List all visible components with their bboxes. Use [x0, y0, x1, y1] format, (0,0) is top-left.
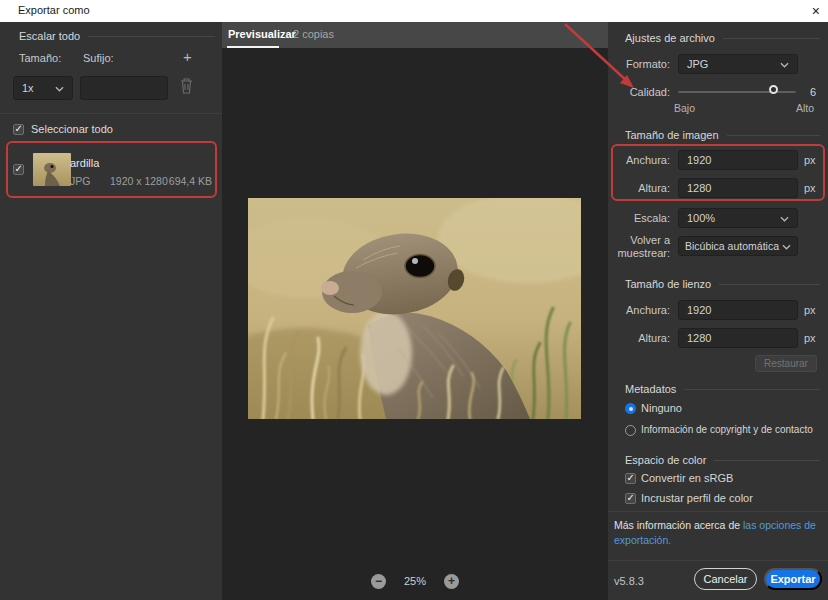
- version-label: v5.8.3: [614, 575, 644, 587]
- dialog-title: Exportar como: [18, 4, 90, 16]
- file-settings-header: Ajustes de archivo: [625, 32, 820, 44]
- quality-label: Calidad:: [608, 86, 670, 98]
- zoom-out-icon[interactable]: −: [371, 574, 386, 589]
- preview-panel: Previsualizar 2 copias: [222, 22, 608, 600]
- metadata-copyright-label: Información de copyright y de contacto: [641, 424, 813, 435]
- chevron-down-icon: [782, 240, 791, 252]
- title-bar: Exportar como ×: [0, 0, 828, 22]
- tab-2-copias[interactable]: 2 copias: [293, 28, 334, 40]
- settings-panel: Ajustes de archivo Formato: JPG Calidad:…: [608, 22, 828, 600]
- image-width-input[interactable]: 1920: [678, 150, 798, 170]
- embed-profile-label: Incrustar perfil de color: [641, 492, 753, 504]
- footer-divider: [608, 560, 828, 561]
- scale-all-header: Escalar todo: [19, 30, 215, 42]
- size-label: Tamaño:: [19, 52, 61, 64]
- preview-image: [248, 198, 581, 419]
- canvas-width-label: Anchura:: [608, 304, 670, 316]
- quality-value: 6: [810, 86, 816, 98]
- export-info-text: Más información acerca de las opciones d…: [614, 518, 820, 548]
- scale-label: Escala:: [608, 212, 670, 224]
- resample-select[interactable]: Bicúbica automática: [678, 236, 798, 256]
- image-height-label: Altura:: [608, 182, 670, 194]
- metadata-radio-none[interactable]: [625, 403, 636, 414]
- active-tab-underline: [227, 46, 279, 48]
- reset-canvas-button[interactable]: Restaurar: [755, 355, 817, 372]
- scale-select[interactable]: 1x: [13, 76, 73, 100]
- quality-slider-track[interactable]: [678, 91, 796, 93]
- metadata-header: Metadatos: [625, 383, 820, 395]
- chevron-down-icon: [55, 82, 64, 94]
- select-all-label: Seleccionar todo: [31, 123, 113, 135]
- image-height-unit: px: [804, 182, 816, 194]
- metadata-radio-copyright[interactable]: [625, 425, 636, 436]
- chevron-down-icon: [780, 212, 789, 224]
- format-select[interactable]: JPG: [678, 54, 798, 74]
- quality-low-label: Bajo: [674, 102, 695, 114]
- quality-slider-knob[interactable]: [769, 85, 778, 94]
- embed-profile-checkbox[interactable]: [625, 493, 636, 504]
- image-height-input[interactable]: 1280: [678, 178, 798, 198]
- file-format: JPG: [70, 175, 90, 187]
- add-scale-icon[interactable]: +: [183, 48, 192, 65]
- preview-tabstrip: Previsualizar 2 copias: [222, 22, 608, 48]
- resample-label-1: Volver a: [608, 234, 670, 246]
- color-space-header: Espacio de color: [625, 454, 820, 466]
- file-size: 694,4 KB: [162, 175, 212, 187]
- suffix-label: Sufijo:: [83, 52, 114, 64]
- resample-label-2: muestrear:: [608, 247, 670, 259]
- metadata-none-label: Ninguno: [641, 402, 682, 414]
- tab-previsualizar[interactable]: Previsualizar: [228, 28, 296, 40]
- image-width-unit: px: [804, 154, 816, 166]
- close-icon[interactable]: ×: [812, 2, 820, 20]
- canvas-height-label: Altura:: [608, 332, 670, 344]
- format-label: Formato:: [608, 58, 670, 70]
- file-checkbox[interactable]: [13, 164, 24, 175]
- chevron-down-icon: [780, 58, 789, 70]
- file-dimensions: 1920 x 1280: [110, 175, 168, 187]
- export-button[interactable]: Exportar: [764, 568, 822, 590]
- zoom-in-icon[interactable]: +: [444, 574, 459, 589]
- select-all-checkbox[interactable]: [13, 124, 24, 135]
- file-thumbnail: [33, 153, 71, 186]
- zoom-level: 25%: [404, 575, 426, 587]
- convert-srgb-checkbox[interactable]: [625, 473, 636, 484]
- zoom-bar: − 25% +: [222, 568, 608, 594]
- trash-icon[interactable]: [180, 78, 193, 96]
- export-as-dialog: Exportar como × Escalar todo Tamaño: Suf…: [0, 0, 828, 600]
- canvas-height-unit: px: [804, 332, 816, 344]
- canvas-height-input[interactable]: 1280: [678, 328, 798, 348]
- scale-select-right[interactable]: 100%: [678, 208, 798, 228]
- left-divider: [0, 113, 222, 114]
- image-width-label: Anchura:: [608, 154, 670, 166]
- canvas-width-input[interactable]: 1920: [678, 300, 798, 320]
- image-size-header: Tamaño de imagen: [625, 129, 820, 141]
- left-panel: Escalar todo Tamaño: Sufijo: + 1x Selecc…: [0, 22, 222, 600]
- suffix-input[interactable]: [80, 76, 168, 100]
- file-name: ardilla: [70, 157, 99, 169]
- canvas-size-header: Tamaño de lienzo: [625, 278, 820, 290]
- canvas-width-unit: px: [804, 304, 816, 316]
- quality-high-label: Alto: [796, 102, 814, 114]
- cancel-button[interactable]: Cancelar: [694, 568, 757, 590]
- convert-srgb-label: Convertir en sRGB: [641, 472, 733, 484]
- info-divider: [608, 511, 828, 512]
